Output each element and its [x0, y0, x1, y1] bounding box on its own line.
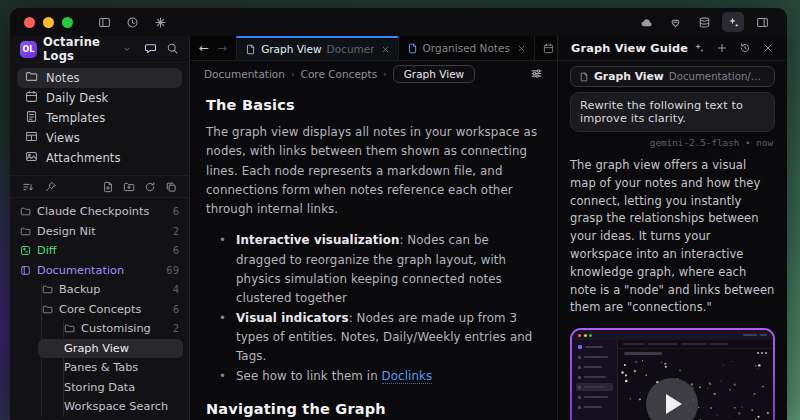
folder-icon: [25, 70, 38, 86]
feedback-icon[interactable]: [144, 40, 157, 59]
tree-item-graph-view[interactable]: Graph View: [38, 339, 183, 359]
sparkles-icon[interactable]: [693, 42, 705, 54]
sidebar-item-daily-desk[interactable]: Daily Desk: [17, 88, 182, 108]
assistant-header: Graph View Guide: [558, 36, 787, 61]
sort-icon[interactable]: [22, 181, 34, 193]
editor-pane: ← → Graph ViewDocumentationOrganised Not…: [190, 36, 558, 420]
context-note-title: Graph View: [594, 70, 664, 83]
sidebar-item-attachments[interactable]: Attachments: [17, 148, 182, 168]
breadcrumb-item[interactable]: Documentation: [204, 68, 285, 80]
cloud-icon[interactable]: [635, 12, 657, 32]
note-count-badge: 4: [173, 284, 179, 295]
workspace-switcher[interactable]: OL Octarine Logs: [10, 36, 189, 63]
refresh-icon[interactable]: [144, 181, 156, 193]
outline-options-icon[interactable]: [530, 67, 543, 80]
close-icon[interactable]: [762, 42, 774, 54]
sidebar-item-label: Notes: [46, 71, 80, 85]
bullet-bold: Interactive visualization: [236, 233, 399, 247]
tree-item-label: Documentation: [37, 264, 124, 277]
preview-tab: [681, 343, 707, 346]
copy-icon[interactable]: [165, 181, 177, 193]
tab-graph-view[interactable]: Graph ViewDocumentation: [236, 36, 397, 60]
app-window: OL Octarine Logs NotesDaily DeskTemplate…: [10, 8, 787, 420]
preview-sidebar: [572, 340, 618, 420]
close-tab-icon[interactable]: [381, 45, 390, 54]
tree-item-claude-checkpoints[interactable]: Claude Checkpoints6: [10, 202, 189, 222]
note-count-badge: 2: [173, 226, 179, 237]
close-tab-icon[interactable]: [517, 44, 526, 53]
database-icon[interactable]: [693, 12, 715, 32]
tab-title: Graph View: [261, 43, 321, 55]
tree-item-documentation[interactable]: Documentation69: [10, 261, 189, 281]
tree-item-backup[interactable]: Backup4: [10, 280, 189, 300]
book-icon: [20, 265, 31, 276]
panel-left-icon[interactable]: [93, 12, 115, 32]
calendar-icon: [25, 90, 38, 106]
tree-item-label: Design Nit: [37, 225, 96, 238]
zoom-window-button[interactable]: [62, 17, 73, 28]
folder-icon: [20, 206, 31, 217]
tree-item-diff[interactable]: Diff6: [10, 241, 189, 261]
panel-right-icon[interactable]: [751, 12, 773, 32]
tree-item-label: Graph View: [64, 342, 129, 355]
note-count-badge: 69: [166, 265, 179, 276]
note-count-badge: 6: [173, 245, 179, 256]
breadcrumb-item[interactable]: Core Concepts: [301, 68, 378, 80]
context-note-chip[interactable]: Graph View Documentation/Core Concepts: [570, 66, 775, 87]
tree-item-label: Core Concepts: [59, 303, 141, 316]
sidebar-item-notes[interactable]: Notes: [17, 68, 182, 88]
calendar-icon: [543, 43, 554, 54]
sidebar: OL Octarine Logs NotesDaily DeskTemplate…: [10, 36, 190, 420]
tab-title: Organised Notes: [423, 42, 510, 54]
plus-icon[interactable]: [716, 42, 728, 54]
appearance-icon[interactable]: [149, 12, 171, 32]
tree-item-customising[interactable]: Customising2: [10, 319, 189, 339]
sidebar-item-templates[interactable]: Templates: [17, 108, 182, 128]
back-arrow-button[interactable]: ←: [199, 42, 209, 54]
community-icon[interactable]: [664, 12, 686, 32]
tree-item-core-concepts[interactable]: Core Concepts6: [10, 300, 189, 320]
preview-sidebar-row: [576, 363, 613, 371]
tree-item-daily-desk[interactable]: Daily Desk3: [10, 417, 189, 420]
play-button[interactable]: [646, 378, 698, 420]
tree-item-design-nit[interactable]: Design Nit2: [10, 222, 189, 242]
section-heading: The Basics: [206, 97, 541, 113]
sparkles-icon[interactable]: [722, 12, 744, 32]
assistant-response: The graph view offers a visual map of yo…: [570, 157, 775, 317]
minimize-window-button[interactable]: [43, 17, 54, 28]
sidebar-item-label: Daily Desk: [46, 91, 108, 105]
tree-item-panes-tabs[interactable]: Panes & Tabs: [10, 358, 189, 378]
search-icon[interactable]: [166, 40, 179, 59]
doclinks-link[interactable]: Doclinks: [382, 369, 433, 384]
model-name: gemini-2.5-flash: [650, 137, 740, 148]
section-heading: Navigating the Graph: [206, 401, 541, 417]
note-title-input[interactable]: Graph View: [393, 65, 475, 83]
sidebar-item-views[interactable]: Views: [17, 128, 182, 148]
tree-item-workspace-search[interactable]: Workspace Search: [10, 397, 189, 417]
history-icon[interactable]: [739, 42, 751, 54]
forward-arrow-button[interactable]: →: [217, 42, 227, 54]
breadcrumb: Documentation › Core Concepts › Graph Vi…: [190, 61, 557, 86]
diff-icon: [20, 245, 31, 256]
folder-plus-icon[interactable]: [123, 181, 135, 193]
workspace-badge: OL: [20, 41, 37, 58]
sidebar-nav: NotesDaily DeskTemplatesViewsAttachments: [10, 63, 189, 172]
file-plus-icon[interactable]: [102, 181, 114, 193]
clock-icon[interactable]: [121, 12, 143, 32]
note-count-badge: 2: [173, 323, 179, 334]
breadcrumb-separator: ›: [291, 69, 295, 79]
context-note-path: Documentation/Core Concepts: [669, 71, 766, 82]
breadcrumb-separator: ›: [383, 69, 387, 79]
sidebar-item-label: Views: [46, 131, 80, 145]
preview-sidebar-row: [576, 373, 613, 381]
note-content: The Basics The graph view displays all n…: [190, 86, 557, 420]
tab-organised-notes[interactable]: Organised Notes: [398, 36, 534, 60]
bullet-item: Interactive visualization: Nodes can be …: [206, 231, 541, 308]
tree-item-label: Customising: [81, 322, 151, 335]
video-preview[interactable]: [570, 328, 775, 420]
preview-tab: [623, 343, 645, 346]
pin-icon[interactable]: [45, 181, 57, 193]
tree-item-storing-data[interactable]: Storing Data: [10, 378, 189, 398]
file-icon: [407, 43, 418, 54]
close-window-button[interactable]: [24, 17, 35, 28]
